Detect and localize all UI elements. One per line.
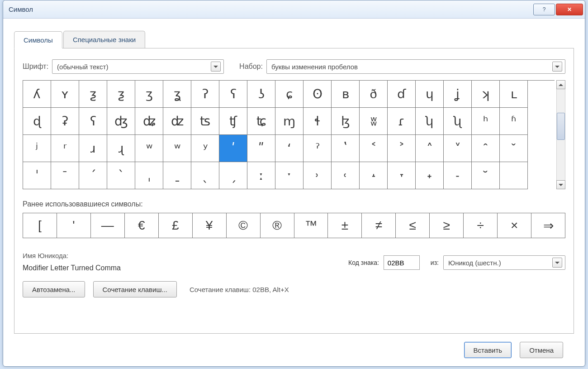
symbol-cell[interactable]: ɗ (388, 81, 416, 108)
tab-special-chars[interactable]: Специальные знаки (63, 31, 145, 48)
help-button[interactable]: ? (533, 4, 555, 15)
symbol-cell[interactable]: ʥ (135, 108, 163, 135)
recent-symbol-cell[interactable]: ¥ (193, 213, 227, 238)
symbol-cell[interactable]: ʡ (51, 108, 79, 135)
symbol-cell[interactable]: ʱ (500, 108, 528, 135)
recent-symbol-cell[interactable]: ⇒ (531, 213, 565, 238)
symbol-cell[interactable]: ʞ (472, 81, 500, 108)
symbol-cell[interactable]: ʟ (500, 81, 528, 108)
close-button[interactable]: ✕ (556, 4, 583, 15)
symbol-cell[interactable]: ˘ (472, 162, 500, 189)
symbol-cell[interactable]: ʮ (416, 108, 444, 135)
symbol-cell[interactable]: ʰ (472, 108, 500, 135)
symbol-cell[interactable]: ˂ (360, 135, 388, 162)
symbol-cell[interactable]: ʓ (163, 81, 191, 108)
symbol-cell[interactable]: ɱ (275, 108, 303, 135)
scroll-track[interactable] (556, 89, 565, 180)
symbol-cell[interactable]: ˅ (444, 135, 472, 162)
symbol-cell[interactable]: ˆ (472, 135, 500, 162)
symbol-cell[interactable]: ˗ (444, 162, 472, 189)
symbol-cell[interactable]: ɮ (332, 108, 360, 135)
recent-symbol-cell[interactable]: [ (23, 213, 57, 238)
symbol-cell[interactable]: ɾ (388, 108, 416, 135)
scroll-down-button[interactable] (556, 180, 565, 189)
subset-combo[interactable]: буквы изменения пробелов (266, 59, 565, 74)
symbol-cell[interactable]: ʧ (219, 108, 247, 135)
symbol-cell[interactable]: ʻ (275, 135, 303, 162)
recent-symbol-cell[interactable]: © (227, 213, 261, 238)
symbol-cell[interactable]: ʬ (360, 108, 388, 135)
symbol-cell[interactable]: ˌ (135, 162, 163, 189)
symbol-cell[interactable]: ð (360, 81, 388, 108)
symbol-cell[interactable]: ʎ (23, 81, 51, 108)
symbol-cell[interactable]: ʣ (163, 108, 191, 135)
symbol-cell[interactable] (500, 162, 528, 189)
code-input[interactable] (384, 255, 420, 270)
symbol-cell[interactable]: ˓ (332, 162, 360, 189)
recent-symbol-cell[interactable]: ' (57, 213, 91, 238)
symbol-cell[interactable]: ʸ (191, 135, 219, 162)
symbol-cell[interactable]: ˑ (275, 162, 303, 189)
symbol-cell[interactable]: ʨ (247, 108, 275, 135)
symbol-cell[interactable]: ʖ (247, 81, 275, 108)
recent-symbol-cell[interactable]: ÷ (464, 213, 498, 238)
symbol-cell[interactable]: ƺ (79, 81, 107, 108)
symbol-cell[interactable]: ɕ (275, 81, 303, 108)
symbol-cell[interactable]: ʒ (135, 81, 163, 108)
scroll-up-button[interactable] (556, 80, 565, 89)
recent-symbol-cell[interactable]: ≥ (430, 213, 464, 238)
symbol-cell[interactable]: ƺ (107, 81, 135, 108)
from-combo[interactable]: Юникод (шестн.) (443, 255, 565, 270)
symbol-cell[interactable]: ʷ (163, 135, 191, 162)
symbol-cell[interactable]: ʤ (107, 108, 135, 135)
symbol-cell[interactable]: ɻ (107, 135, 135, 162)
cancel-button[interactable]: Отмена (520, 342, 563, 358)
symbol-cell[interactable]: ʏ (51, 81, 79, 108)
symbol-cell[interactable]: ˊ (79, 162, 107, 189)
font-combo[interactable]: (обычный текст) (52, 59, 224, 74)
symbol-cell[interactable]: ʯ (444, 108, 472, 135)
tab-symbols[interactable]: Символы (14, 31, 62, 48)
recent-symbol-cell[interactable]: ™ (294, 213, 328, 238)
symbol-cell[interactable]: ɬ (303, 108, 332, 135)
scrollbar[interactable] (556, 80, 565, 189)
symbol-cell[interactable]: ˋ (107, 162, 135, 189)
symbol-cell[interactable]: ˍ (163, 162, 191, 189)
recent-symbol-cell[interactable]: € (125, 213, 159, 238)
symbol-cell[interactable]: ʲ (23, 135, 51, 162)
symbol-cell[interactable]: ˖ (416, 162, 444, 189)
symbol-cell[interactable]: ɥ (416, 81, 444, 108)
recent-symbol-cell[interactable]: ± (328, 213, 362, 238)
symbol-cell[interactable]: ˇ (500, 135, 528, 162)
recent-symbol-cell[interactable]: ≤ (396, 213, 430, 238)
autocorrect-button[interactable]: Автозамена... (23, 281, 85, 297)
symbol-cell[interactable]: ˃ (388, 135, 416, 162)
symbol-cell[interactable]: ː (247, 162, 275, 189)
recent-symbol-cell[interactable]: — (91, 213, 125, 238)
symbol-cell[interactable]: ʷ (135, 135, 163, 162)
recent-symbol-cell[interactable]: £ (159, 213, 193, 238)
symbol-cell[interactable]: ˀ (303, 135, 332, 162)
scroll-thumb[interactable] (557, 113, 565, 140)
recent-symbol-cell[interactable]: × (498, 213, 531, 238)
symbol-cell[interactable]: ɹ (79, 135, 107, 162)
symbol-cell[interactable]: ˄ (416, 135, 444, 162)
symbol-cell[interactable]: ˈ (23, 162, 51, 189)
symbol-cell[interactable]: ʦ (191, 108, 219, 135)
symbol-cell[interactable]: ˏ (219, 162, 247, 189)
insert-button[interactable]: Вставить (464, 342, 512, 358)
symbol-cell[interactable]: ˔ (360, 162, 388, 189)
symbol-cell[interactable]: ʽ (332, 135, 360, 162)
symbol-cell[interactable]: ˒ (303, 162, 332, 189)
symbol-cell[interactable]: ʺ (247, 135, 275, 162)
symbol-cell[interactable]: ʕ (79, 108, 107, 135)
symbol-cell[interactable]: ʝ (444, 81, 472, 108)
recent-symbol-cell[interactable]: ≠ (362, 213, 396, 238)
symbol-cell[interactable]: ʳ (51, 135, 79, 162)
symbol-cell[interactable]: ʕ (219, 81, 247, 108)
symbol-cell[interactable]: ˉ (51, 162, 79, 189)
symbol-cell[interactable]: ʙ (332, 81, 360, 108)
symbol-cell[interactable]: ʹ (219, 135, 247, 162)
symbol-cell[interactable]: ˎ (191, 162, 219, 189)
symbol-cell[interactable]: ʘ (303, 81, 332, 108)
